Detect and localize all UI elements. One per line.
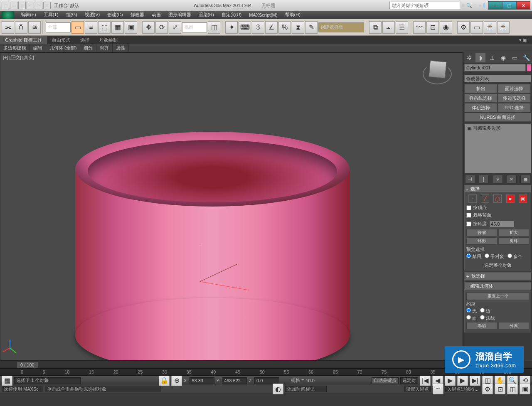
by-vertex-checkbox[interactable]: 按顶点	[466, 204, 529, 211]
minimize-button[interactable]: —	[488, 1, 502, 10]
angle-spinner[interactable]: 45.0	[490, 221, 515, 227]
render-frame-icon[interactable]: ▭	[470, 21, 483, 34]
curve-editor-icon[interactable]: 〰	[413, 21, 426, 34]
bind-icon[interactable]: ≋	[28, 21, 41, 34]
next-frame-icon[interactable]: ▶	[457, 375, 468, 386]
preview-multi-radio[interactable]: 多个	[507, 253, 522, 260]
zoom-ext-icon[interactable]: ⊡	[495, 384, 505, 394]
menu-modifiers[interactable]: 修改器	[127, 11, 148, 19]
redo-icon[interactable]: ↷	[35, 2, 42, 9]
menu-maxscript[interactable]: MAXScript(M)	[246, 12, 281, 18]
y-coord[interactable]: 468.622	[222, 377, 247, 384]
btn-extrude[interactable]: 挤出	[464, 84, 498, 93]
goto-end-icon[interactable]: ▶|	[470, 375, 480, 386]
material-editor-icon[interactable]: ◉	[440, 21, 452, 34]
menu-group[interactable]: 组(G)	[63, 11, 81, 19]
menu-tools[interactable]: 工具(T)	[40, 11, 62, 19]
expand-icon[interactable]: ▣	[467, 125, 471, 131]
undo-icon[interactable]: ↶	[27, 2, 34, 9]
render-icon[interactable]: ☕	[484, 21, 496, 34]
star-icon[interactable]: ☆	[473, 3, 477, 8]
snap-angle-icon[interactable]: ∠	[265, 21, 278, 34]
panel-geom[interactable]: 几何体 (全部)	[46, 44, 80, 52]
modifier-stack[interactable]: ▣可编辑多边形	[464, 123, 531, 173]
new-icon[interactable]: ▢	[2, 2, 9, 9]
panel-subd[interactable]: 细分	[80, 44, 96, 52]
select-object-icon[interactable]: ▭	[71, 21, 84, 34]
scale-icon[interactable]: ⤢	[169, 21, 181, 34]
btn-spline-sel[interactable]: 样条线选择	[464, 94, 498, 103]
ribbon-toggle-icon[interactable]: ▾ ▣	[514, 37, 532, 44]
border-subobj-icon[interactable]: ◯	[493, 194, 502, 203]
time-tag-icon[interactable]: ◐	[273, 384, 283, 394]
btn-nurbs-sel[interactable]: NURBS 曲面选择	[464, 113, 531, 122]
remove-mod-icon[interactable]: ✕	[507, 175, 517, 183]
cylinder-object[interactable]	[75, 132, 350, 361]
snap-percent-icon[interactable]: %	[278, 21, 291, 34]
goto-start-icon[interactable]: |◀	[420, 375, 431, 386]
named-selection-dropdown[interactable]: 创建选择集	[318, 22, 364, 32]
move-icon[interactable]: ✥	[142, 21, 155, 34]
panel-align[interactable]: 对齐	[96, 44, 113, 52]
set-key-button[interactable]: 设置关键点	[404, 386, 431, 392]
menu-help[interactable]: 帮助(H)	[282, 11, 304, 19]
unique-icon[interactable]: ⋎	[493, 175, 503, 183]
hierarchy-tab-icon[interactable]: ⊥	[487, 53, 497, 62]
viewport-label[interactable]: [+] [正交] [真实]	[3, 54, 34, 61]
btn-ffd-sel[interactable]: FFD 选择	[498, 103, 531, 112]
ignore-backfacing-checkbox[interactable]: 忽略背面	[466, 212, 529, 218]
shrink-button[interactable]: 收缩	[466, 229, 498, 236]
create-tab-icon[interactable]: ✲	[464, 53, 474, 62]
tab-selection[interactable]: 选择	[75, 36, 94, 44]
rotate-icon[interactable]: ⟳	[155, 21, 168, 34]
tab-paint[interactable]: 对象绘制	[94, 36, 123, 44]
window-crossing-icon[interactable]: ▦	[111, 21, 124, 34]
selection-filter-dropdown[interactable]: 全部	[46, 22, 71, 32]
autokey-button[interactable]: 自动关键点	[372, 377, 399, 384]
search-icon[interactable]: 🔍	[466, 3, 472, 8]
constraint-face-radio[interactable]: 面	[466, 315, 477, 321]
selection-set-dropdown[interactable]: 选定对	[400, 377, 418, 384]
viewport[interactable]: [+] [正交] [真实]	[0, 52, 463, 361]
panel-props[interactable]: 属性	[113, 44, 129, 52]
schematic-icon[interactable]: ⊡	[426, 21, 439, 34]
menu-create[interactable]: 创建(C)	[104, 11, 126, 19]
maxscript-mini[interactable]: 欢迎使用 MAXSc	[2, 386, 43, 392]
help-search-input[interactable]	[389, 2, 460, 9]
show-end-icon[interactable]: │	[479, 175, 489, 183]
motion-tab-icon[interactable]: ◉	[498, 53, 508, 62]
close-button[interactable]: ✕	[516, 1, 530, 10]
display-tab-icon[interactable]: ▭	[510, 53, 520, 62]
x-coord[interactable]: 53.33	[190, 377, 214, 384]
btn-poly-sel[interactable]: 多边形选择	[498, 94, 531, 103]
menu-rendering[interactable]: 渲染(R)	[195, 11, 217, 19]
by-angle-checkbox[interactable]: 按角度:	[466, 221, 488, 227]
app-menu-icon[interactable]	[2, 11, 14, 19]
favorite-icon[interactable]: ★	[478, 3, 482, 8]
max-viewport-icon[interactable]: ▣	[520, 384, 530, 394]
constraint-edge-radio[interactable]: 边	[480, 308, 490, 314]
mirror-icon[interactable]: ⧉	[369, 21, 382, 34]
viewcube[interactable]	[425, 61, 450, 86]
preview-subobj-radio[interactable]: 子对象	[485, 253, 504, 260]
pin-stack-icon[interactable]: ⊣	[465, 175, 475, 183]
layers-icon[interactable]: ☰	[396, 21, 408, 34]
render-prod-icon[interactable]: ☕	[497, 21, 510, 34]
spinner-snap-icon[interactable]: ⧗	[292, 21, 304, 34]
polygon-subobj-icon[interactable]: ■	[506, 194, 515, 203]
key-filter-icon[interactable]: 〰	[433, 384, 443, 394]
play-icon[interactable]: ▶	[445, 375, 456, 386]
configure-icon[interactable]: ▦	[520, 175, 530, 183]
btn-face-sel[interactable]: 面片选择	[498, 84, 531, 93]
edit-named-sel-icon[interactable]: ✎	[305, 21, 318, 34]
modify-tab-icon[interactable]: ◗	[475, 53, 485, 62]
edge-subobj-icon[interactable]: ╱	[481, 194, 489, 203]
toolbox-icon[interactable]: ⊞	[462, 3, 466, 8]
select-name-icon[interactable]: ≡	[85, 21, 97, 34]
lock-selection-icon[interactable]: 🔒	[159, 375, 170, 386]
keyboard-shortcut-icon[interactable]: ⌨	[239, 21, 251, 34]
tab-freeform[interactable]: 自由形式	[47, 36, 75, 44]
fov-icon[interactable]: ◫	[507, 384, 518, 394]
select-paint-icon[interactable]: ▣	[125, 21, 137, 34]
abs-rel-icon[interactable]: ⊕	[171, 375, 182, 386]
